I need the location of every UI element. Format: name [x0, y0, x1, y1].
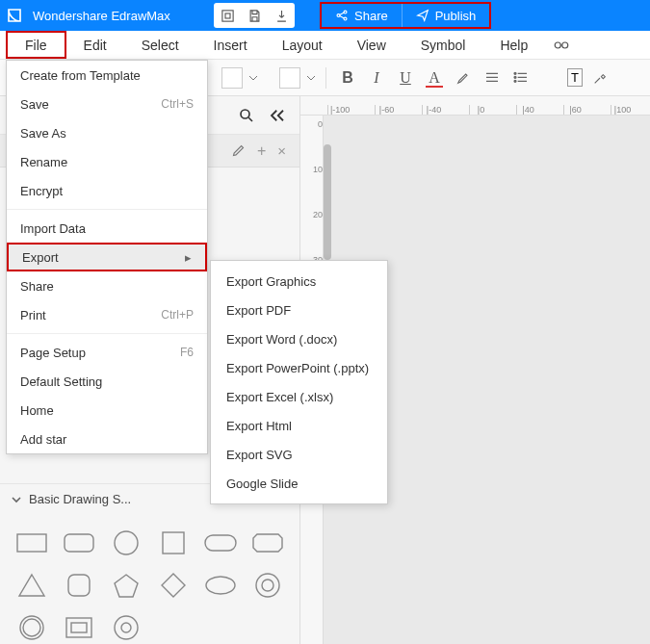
- shape-frame[interactable]: [59, 610, 98, 644]
- share-button[interactable]: Share: [322, 4, 403, 27]
- bold-button[interactable]: B: [336, 66, 359, 90]
- file-save[interactable]: SaveCtrl+S: [7, 90, 207, 118]
- export-google-slide[interactable]: Google Slide: [211, 469, 387, 498]
- export-word[interactable]: Export Word (.docx): [211, 324, 387, 353]
- file-print[interactable]: PrintCtrl+P: [7, 300, 207, 329]
- export-html[interactable]: Export Html: [211, 411, 387, 440]
- shape-pill[interactable]: [201, 526, 241, 560]
- menu-layout[interactable]: Layout: [265, 31, 340, 59]
- file-share[interactable]: Share: [7, 271, 207, 300]
- menu-divider: [7, 333, 207, 334]
- export-pdf[interactable]: Export PDF: [211, 296, 387, 324]
- shape-rect[interactable]: [12, 526, 51, 560]
- shape-circle[interactable]: [106, 526, 145, 560]
- menu-insert[interactable]: Insert: [196, 31, 265, 59]
- file-menu-dropdown: Create from Template SaveCtrl+S Save As …: [6, 60, 208, 454]
- ruler-tick: |0: [469, 105, 490, 115]
- file-home[interactable]: Home: [7, 396, 207, 425]
- highlight-button[interactable]: [452, 66, 475, 90]
- menu-help[interactable]: Help: [482, 31, 545, 59]
- menu-label: Edit: [84, 38, 107, 53]
- svg-point-7: [514, 72, 516, 74]
- collapse-icon[interactable]: [269, 109, 286, 122]
- menu-label: Select: [142, 38, 179, 53]
- shape-ellipse[interactable]: [201, 568, 241, 603]
- menu-symbol[interactable]: Symbol: [403, 31, 483, 59]
- ruler-tick: 0: [318, 119, 323, 139]
- submenu-arrow-icon: ▸: [185, 250, 192, 265]
- svg-rect-11: [17, 534, 46, 552]
- file-default-setting[interactable]: Default Setting: [7, 367, 207, 396]
- eyedropper-icon[interactable]: [588, 66, 611, 90]
- text-tool-button[interactable]: T: [567, 68, 583, 87]
- edit-tab-icon[interactable]: [231, 143, 246, 158]
- file-page-setup[interactable]: Page SetupF6: [7, 338, 207, 367]
- add-tab-icon[interactable]: +: [257, 142, 266, 160]
- file-export[interactable]: Export▸: [7, 243, 207, 271]
- shape-round-square[interactable]: [59, 568, 98, 603]
- file-create-template[interactable]: Create from Template: [7, 61, 207, 90]
- chevron-down-icon: [306, 75, 316, 81]
- export-excel[interactable]: Export Excel (.xlsx): [211, 382, 387, 411]
- export-powerpoint[interactable]: Export PowerPoint (.pptx): [211, 353, 387, 382]
- menu-item-label: Rename: [20, 155, 67, 169]
- menu-view[interactable]: View: [340, 31, 403, 59]
- shape-ring[interactable]: [12, 610, 51, 644]
- menu-find-icon[interactable]: [545, 31, 578, 59]
- download-icon[interactable]: [273, 8, 289, 23]
- export-graphics[interactable]: Export Graphics: [211, 267, 387, 296]
- menu-file[interactable]: File: [6, 31, 66, 59]
- menu-item-label: Share: [20, 279, 54, 294]
- shape-group-title: Basic Drawing S...: [29, 492, 131, 506]
- file-save-as[interactable]: Save As: [7, 118, 207, 147]
- export-svg[interactable]: Export SVG: [211, 440, 387, 469]
- publish-button[interactable]: Publish: [403, 4, 490, 27]
- close-tab-icon[interactable]: ×: [277, 142, 286, 159]
- ruler-tick: |-100: [327, 105, 349, 115]
- publish-label: Publish: [435, 9, 477, 23]
- svg-rect-16: [68, 575, 90, 596]
- shape-donut[interactable]: [248, 568, 288, 603]
- menu-divider: [7, 209, 207, 210]
- shape-square[interactable]: [154, 526, 194, 560]
- search-icon[interactable]: [238, 107, 255, 124]
- menu-select[interactable]: Select: [124, 31, 196, 59]
- fit-icon[interactable]: [220, 8, 235, 23]
- menu-item-label: Export Word (.docx): [226, 332, 337, 347]
- menu-label: Insert: [214, 38, 247, 53]
- shape-grid: [0, 514, 299, 644]
- shape-round-donut[interactable]: [106, 610, 145, 644]
- italic-button[interactable]: I: [365, 66, 388, 90]
- svg-point-21: [23, 619, 40, 636]
- shape-triangle[interactable]: [12, 568, 51, 603]
- menu-item-label: Export Excel (.xlsx): [226, 390, 333, 404]
- svg-point-6: [562, 42, 568, 48]
- file-import-data[interactable]: Import Data: [7, 214, 207, 243]
- menu-item-label: Export Html: [226, 419, 292, 433]
- scrollbar-thumb[interactable]: [324, 144, 331, 260]
- shape-round-rect[interactable]: [59, 526, 98, 560]
- shape-pentagon[interactable]: [106, 568, 145, 603]
- ruler-tick: |40: [516, 105, 537, 115]
- list-button[interactable]: [509, 66, 533, 90]
- menu-item-label: Create from Template: [20, 68, 141, 83]
- align-button[interactable]: [481, 66, 504, 90]
- file-rename[interactable]: Rename: [7, 147, 207, 176]
- menu-edit[interactable]: Edit: [66, 31, 124, 59]
- svg-rect-15: [205, 535, 236, 551]
- shortcut-label: Ctrl+P: [161, 308, 194, 322]
- shape-chamfer[interactable]: [248, 526, 288, 560]
- svg-rect-12: [65, 534, 93, 552]
- color-dropdown[interactable]: [279, 67, 300, 89]
- selector-dropdown[interactable]: [221, 67, 243, 89]
- menu-item-label: Save: [20, 97, 49, 112]
- file-add-star[interactable]: Add star: [7, 425, 207, 453]
- menu-item-label: Export PowerPoint (.pptx): [226, 361, 369, 375]
- svg-point-10: [241, 110, 249, 118]
- underline-button[interactable]: U: [394, 66, 417, 90]
- svg-point-25: [121, 623, 131, 632]
- file-encrypt[interactable]: Encrypt: [7, 176, 207, 205]
- save-icon[interactable]: [247, 8, 262, 23]
- shape-diamond[interactable]: [154, 568, 194, 603]
- font-color-button[interactable]: A: [423, 66, 446, 90]
